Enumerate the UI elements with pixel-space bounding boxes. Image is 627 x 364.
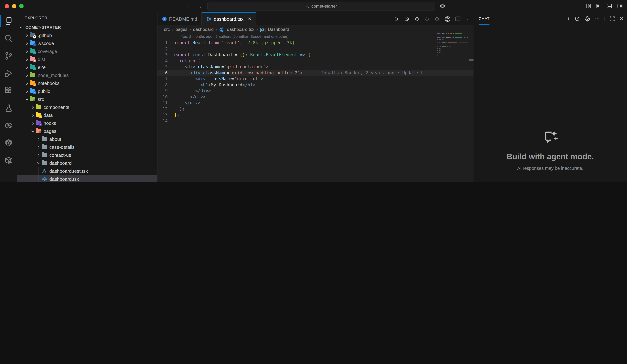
customize-layout-icon[interactable]: [586, 3, 591, 9]
code-line-14[interactable]: 14: [157, 118, 473, 124]
tree-item-coverage[interactable]: ✓coverage: [17, 47, 157, 55]
tree-item-dashboard[interactable]: dashboard: [17, 159, 157, 167]
code-line-12[interactable]: 12 );: [157, 106, 473, 112]
chat-empty-subtitle: AI responses may be inaccurate.: [473, 166, 627, 171]
close-icon[interactable]: ✕: [619, 16, 623, 21]
activity-search[interactable]: [0, 30, 17, 47]
explorer-header: EXPLORER: [25, 16, 47, 20]
tab-dashboard-tsx[interactable]: dashboard.tsx ✕: [202, 12, 256, 25]
new-chat-icon[interactable]: +: [567, 16, 570, 22]
forward-arrow-icon[interactable]: →: [197, 3, 202, 9]
maximize-icon[interactable]: [610, 16, 615, 21]
run-icon[interactable]: [393, 16, 400, 22]
close-window-button[interactable]: [5, 4, 9, 8]
code-line-2[interactable]: 2: [157, 46, 473, 52]
tree-root[interactable]: COMET-STARTER: [17, 23, 157, 31]
command-center-search[interactable]: comet-starter: [207, 2, 435, 10]
activity-docker[interactable]: [0, 152, 17, 169]
tree-item-about[interactable]: about: [17, 135, 157, 143]
code-line-11[interactable]: 11 </div>: [157, 100, 473, 106]
tree-item-.vscode[interactable]: ◂.vscode: [17, 39, 157, 47]
tree-item-src[interactable]: ‹›src: [17, 95, 157, 103]
file-tree: COMET-STARTER●.github◂.vscode✓coverage▣d…: [17, 23, 157, 182]
tab-bar: i README.md dashboard.tsx ✕ ⋯: [157, 12, 473, 25]
tree-item-dist[interactable]: ▣dist: [17, 55, 157, 63]
indent-guide: [38, 167, 39, 182]
code-line-7[interactable]: 7 <div className="grid-col">: [157, 76, 473, 82]
tree-item-node_modules[interactable]: node_modules: [17, 71, 157, 79]
zoom-window-button[interactable]: [19, 4, 24, 8]
more-icon[interactable]: ⋯: [465, 16, 470, 22]
minimize-window-button[interactable]: [12, 4, 16, 8]
tree-item-contact-us[interactable]: contact-us: [17, 151, 157, 159]
symbol-icon: [@]: [260, 27, 266, 31]
source-control-icon: [4, 52, 13, 60]
files-icon: [4, 17, 13, 25]
more-icon[interactable]: ⋯: [595, 16, 600, 21]
explorer-more-icon[interactable]: ···: [146, 16, 151, 20]
blame-icon[interactable]: [424, 16, 430, 22]
tree-item-data[interactable]: ≡data: [17, 111, 157, 119]
tree-item-notebooks[interactable]: ▤notebooks: [17, 79, 157, 87]
gear-icon[interactable]: [584, 16, 590, 22]
minimap[interactable]: [437, 33, 469, 65]
history-icon[interactable]: [574, 16, 580, 22]
prev-change-icon[interactable]: [414, 16, 420, 22]
code-line-1[interactable]: 1import React from 'react'; 7.8k (gzippe…: [157, 40, 473, 46]
copilot-icon: [440, 3, 445, 9]
activity-extensions[interactable]: [0, 82, 17, 100]
tree-item-.github[interactable]: ●.github: [17, 31, 157, 39]
code-line-10[interactable]: 10 </div>: [157, 94, 473, 100]
code-line-9[interactable]: 9 </div>: [157, 88, 473, 94]
traffic-lights: [5, 4, 24, 8]
tree-item-hooks[interactable]: ↩hooks: [17, 119, 157, 127]
activity-explorer[interactable]: [0, 12, 17, 30]
toggle-secondary-sidebar-icon[interactable]: [617, 3, 623, 9]
split-editor-icon[interactable]: [455, 16, 461, 22]
breadcrumb-file[interactable]: dashboard.tsx: [227, 27, 254, 32]
code-line-4[interactable]: 4 return (: [157, 58, 473, 64]
explorer-sidebar: EXPLORER ··· COMET-STARTER●.github◂.vsco…: [17, 12, 157, 182]
code-line-5[interactable]: 5 <div className="grid-container">: [157, 64, 473, 70]
search-icon: [4, 34, 13, 43]
search-icon: [305, 4, 310, 8]
next-change-icon[interactable]: [434, 16, 440, 22]
activity-kubernetes[interactable]: [0, 134, 17, 152]
info-icon: i: [162, 16, 167, 21]
tree-item-public[interactable]: ⊕public: [17, 87, 157, 95]
tree-item-case-details[interactable]: case-details: [17, 143, 157, 151]
close-tab-icon[interactable]: ✕: [248, 16, 252, 21]
extensions-icon: [4, 86, 13, 95]
container-icon: [4, 156, 13, 165]
chat-tab[interactable]: CHAT: [479, 16, 490, 21]
activity-testing[interactable]: [0, 100, 17, 117]
copilot-menu[interactable]: ⌄: [440, 3, 449, 9]
code-line-3[interactable]: 3export const Dashboard = (): React.Reac…: [157, 52, 473, 58]
toggle-sidebar-icon[interactable]: [596, 3, 602, 9]
code-line-6[interactable]: 6 <div className="grid-row padding-botto…: [157, 70, 473, 76]
breadcrumb-dashboard[interactable]: dashboard: [193, 27, 213, 32]
tree-item-components[interactable]: components: [17, 103, 157, 111]
activity-run-debug[interactable]: [0, 65, 17, 82]
breadcrumb-symbol[interactable]: Dashboard: [268, 27, 289, 32]
activity-source-control[interactable]: [0, 47, 17, 65]
editor-group: i README.md dashboard.tsx ✕ ⋯: [157, 12, 473, 182]
tree-item-e2e[interactable]: ✓e2e: [17, 63, 157, 71]
activity-bar: [0, 12, 17, 182]
activity-gitlens[interactable]: [0, 117, 17, 134]
vscode-window: ← → comet-starter ⌄ EXPLORER ··· COMET-S…: [0, 0, 627, 182]
tree-item-pages[interactable]: ‹›pages: [17, 127, 157, 135]
graph-icon[interactable]: [444, 16, 451, 22]
breadcrumb-src[interactable]: src: [164, 27, 170, 32]
back-arrow-icon[interactable]: ←: [186, 3, 192, 9]
toggle-panel-icon[interactable]: [607, 3, 612, 9]
breadcrumb-pages[interactable]: pages: [175, 27, 187, 32]
chat-header: CHAT + ⋯ | ✕: [473, 12, 627, 25]
code-line-13[interactable]: 13};: [157, 112, 473, 118]
react-icon: [219, 27, 225, 32]
code-editor[interactable]: You, 2 months ago | 2 authors (Jonathan …: [157, 33, 473, 182]
tab-readme[interactable]: i README.md: [157, 12, 202, 25]
flask-icon: [4, 104, 13, 112]
timeline-icon[interactable]: [404, 16, 410, 22]
code-line-8[interactable]: 8 <h1>My Dashboard</h1>: [157, 82, 473, 88]
